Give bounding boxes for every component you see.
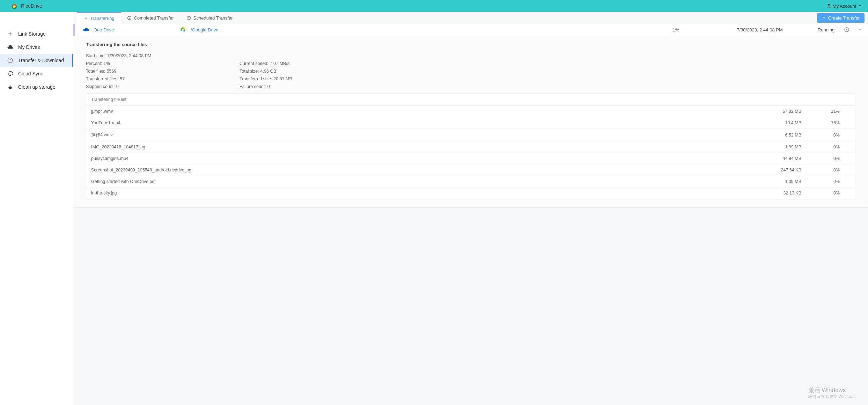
create-transfer-label: Create Transfer [828,15,860,21]
sidebar-item-label: Link Storage [18,31,46,37]
file-name: IMG_20230418_104817.jpg [91,145,766,149]
stat-label: Current speed: [240,61,269,66]
file-list: Transfering file list jj.mp4.wmv67.82 MB… [86,93,855,199]
file-percent: 0% [815,179,850,184]
google-drive-icon [179,26,186,33]
tab-scheduled[interactable]: Scheduled Transfer [180,12,239,24]
stat-label: Percent: [86,61,102,66]
tab-label: Transferring [90,16,115,21]
transfer-icon [7,57,13,64]
file-name: Screenshot_20230409_105548_android.ricdr… [91,168,766,172]
file-percent: 0% [815,133,850,138]
cancel-job-button[interactable] [844,27,850,33]
file-size: 1.99 MB [766,145,815,149]
sidebar-item-link-storage[interactable]: Link Storage [0,27,73,40]
check-circle-icon [127,15,132,20]
create-transfer-button[interactable]: Create Transfer [817,13,865,23]
file-row: IMG_20230418_104817.jpg1.99 MB0% [86,141,855,153]
file-row: jj.mp4.wmv67.82 MB11% [86,106,855,117]
tab-transferring[interactable]: Transferring [77,12,121,24]
file-size: 247.64 KB [766,168,815,172]
file-percent: 76% [815,120,850,125]
watermark-line2: 转到"设置"以激活 Windows。 [808,394,859,399]
sidebar-item-cleanup[interactable]: Clean up storage [0,80,73,94]
sidebar-item-transfer-download[interactable]: Transfer & Download [0,54,73,67]
file-name: in-the-sky.jpg [91,191,766,196]
plus-icon [7,31,13,37]
app-header: RiceDrive My Account [0,0,868,12]
file-percent: 0% [815,156,850,161]
cloud-icon [7,44,13,50]
tab-label: Completed Transfer [134,15,174,21]
file-size: 32.13 KB [766,191,815,196]
source-drive-link[interactable]: One Drive [94,27,114,32]
collapse-job-button[interactable] [857,27,863,33]
plus-icon [822,15,826,21]
stat-label: Transferred files: [86,76,118,81]
account-menu[interactable]: My Account [826,3,862,9]
file-row: pussycamgirls.mp444.94 MB0% [86,153,855,164]
sidebar-item-label: My Drives [18,44,40,50]
sidebar-item-my-drives[interactable]: My Drives [0,40,73,54]
details-title: Transferring the source files [86,42,855,47]
file-row: in-the-sky.jpg32.13 KB0% [86,187,855,199]
file-name: Getting started with OneDrive.pdf [91,179,766,184]
file-name: YouTube1.mp4 [91,120,766,125]
file-list-header: Transfering file list [86,94,855,106]
file-percent: 0% [815,168,850,172]
broom-icon [7,84,13,90]
stat-label: Total files: [86,69,105,74]
watermark-line1: 激活 Windows [808,386,859,394]
main-panel: Transferring Completed Transfer Schedule… [73,12,868,405]
file-row: Screenshot_20230409_105548_android.ricdr… [86,164,855,176]
job-status: Running [809,27,844,32]
tab-completed[interactable]: Completed Transfer [121,12,180,24]
brand-logo-icon [10,2,18,10]
brand: RiceDrive [10,2,42,10]
stat-value: 5569 [107,69,117,74]
stat-label: Transferred size: [240,76,272,81]
clock-icon [186,15,191,20]
onedrive-icon [82,26,89,33]
transfer-details: Transferring the source files Start time… [73,36,868,208]
file-name: pussycamgirls.mp4 [91,156,766,161]
activation-watermark: 激活 Windows 转到"设置"以激活 Windows。 [808,386,859,399]
stat-label: Failure count: [240,84,266,89]
svg-point-1 [828,4,830,6]
file-row: Getting started with OneDrive.pdf1.09 MB… [86,176,855,187]
sidebar-item-label: Clean up storage [18,84,56,90]
stat-value: 7.07 MB/s [270,61,289,66]
sidebar-item-cloud-sync[interactable]: Cloud Sync [0,67,73,80]
file-size: 44.94 MB [766,156,815,161]
transfer-job-row[interactable]: One Drive /Google Drive 1% 7/30/2023, 2:… [73,24,868,36]
job-percent: 1% [641,27,711,32]
job-timestamp: 7/30/2023, 2:44:08 PM [711,27,809,32]
tab-bar: Transferring Completed Transfer Schedule… [73,12,868,24]
stat-label: Total size: [240,69,259,74]
svg-point-2 [8,58,13,63]
arrow-right-icon [83,16,88,21]
file-size: 67.82 MB [766,109,815,114]
stat-value: 0 [267,84,270,89]
file-row: YouTube1.mp410.4 MB76% [86,117,855,129]
dest-drive-link[interactable]: /Google Drive [191,27,218,32]
file-percent: 0% [815,191,850,196]
stat-label: Start time: [86,53,106,58]
file-row: 操作4.wmv6.52 MB0% [86,129,855,141]
file-size: 6.52 MB [766,133,815,138]
stat-value: 20.87 MB [273,76,292,81]
account-label: My Account [833,3,856,9]
sync-icon [7,71,13,77]
user-icon [826,3,831,9]
file-percent: 0% [815,145,850,149]
stat-value: 0 [116,84,119,89]
stat-value: 4.96 GB [260,69,277,74]
file-percent: 11% [815,109,850,114]
stat-label: Skipped count: [86,84,115,89]
tab-label: Scheduled Transfer [193,15,233,21]
file-name: jj.mp4.wmv [91,109,766,114]
stat-value: 57 [120,76,125,81]
svg-point-3 [128,16,131,20]
sidebar-item-label: Transfer & Download [18,58,64,63]
file-size: 10.4 MB [766,120,815,125]
